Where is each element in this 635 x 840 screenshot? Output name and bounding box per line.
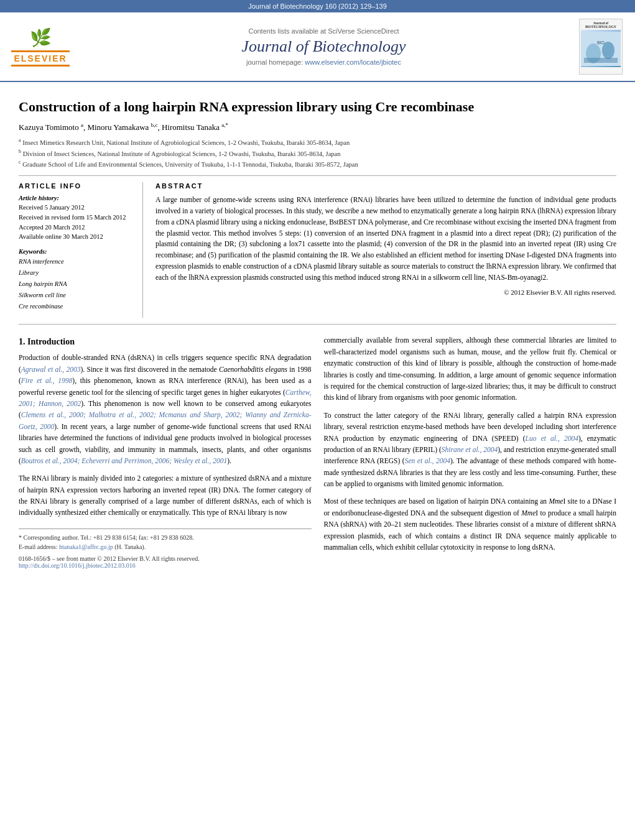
footnote-email-link[interactable]: htanaka1@affrc.go.jp [59,543,113,550]
doi-url[interactable]: http://dx.doi.org/10.1016/j.jbiotec.2012… [19,562,136,569]
svg-rect-3 [584,58,618,63]
accepted-date: Accepted 20 March 2012 [19,223,132,233]
divider-1 [19,175,616,176]
thumb-title: Journal ofBIOTECHNOLOGY [585,21,616,29]
copyright: © 2012 Elsevier B.V. All rights reserved… [155,288,616,296]
body-right: commercially available from several supp… [324,335,617,568]
intro-para2: The RNAi library is mainly divided into … [19,473,312,519]
svg-text:BIO: BIO [597,40,605,45]
body-left: 1. Introduction Production of double-str… [19,335,312,568]
journal-citation: Journal of Biotechnology 160 (2012) 129–… [248,2,387,10]
intro-para1: Production of double-stranded RNA (dsRNA… [19,352,312,466]
journal-homepage: journal homepage: www.elsevier.com/locat… [68,58,579,66]
keywords-block: Keywords: RNA interference Library Long … [19,248,132,312]
body-section: 1. Introduction Production of double-str… [19,335,616,568]
received-date: Received 5 January 2012 [19,203,132,213]
elsevier-leaf-icon: 🌿 [30,27,52,48]
issn-text: 0168-1656/$ – see front matter © 2012 El… [19,555,312,562]
footnote-corresponding: * Corresponding author. Tel.: +81 29 838… [19,533,312,542]
journal-center-header: Contents lists available at SciVerse Sci… [68,27,579,66]
history-label: Article history: [19,195,132,201]
doi-section: 0168-1656/$ – see front matter © 2012 El… [19,555,312,569]
intro-heading: 1. Introduction [19,337,312,347]
footnote-email: E-mail address: htanaka1@affrc.go.jp (H.… [19,542,312,552]
keywords-label: Keywords: [19,248,132,255]
abstract-heading: ABSTRACT [155,182,616,190]
abstract-text: A large number of genome-wide screens us… [155,195,616,284]
affiliations: a Insect Mimetics Research Unit, Nationa… [19,137,616,169]
journal-title: Journal of Biotechnology [68,37,579,56]
journal-header: 🌿 ELSEVIER Contents lists available at S… [0,12,635,82]
authors: Kazuya Tomimoto a, Minoru Yamakawa b,c, … [19,121,616,134]
keywords-list: RNA interference Library Long hairpin RN… [19,256,132,312]
footnote-section: * Corresponding author. Tel.: +81 29 838… [19,528,312,569]
divider-2 [19,324,616,325]
main-content: Construction of a long hairpin RNA expre… [0,82,635,581]
doi-link: http://dx.doi.org/10.1016/j.jbiotec.2012… [19,562,312,569]
info-abstract-section: ARTICLE INFO Article history: Received 5… [19,182,616,318]
thumb-image: BIO [581,30,621,67]
elsevier-logo: 🌿 ELSEVIER [12,28,68,65]
intro-para5: Most of these techniques are based on li… [324,496,617,553]
sciverse-link: Contents lists available at SciVerse Sci… [68,27,579,35]
abstract-section: ABSTRACT A large number of genome-wide s… [155,182,616,318]
article-info-heading: ARTICLE INFO [19,182,132,190]
journal-banner: Journal of Biotechnology 160 (2012) 129–… [0,0,635,12]
received-revised-date: Received in revised form 15 March 2012 [19,213,132,223]
article-info: ARTICLE INFO Article history: Received 5… [19,182,143,318]
article-title: Construction of a long hairpin RNA expre… [19,98,616,116]
history-block: Article history: Received 5 January 2012… [19,195,132,242]
intro-para3: commercially available from several supp… [324,335,617,403]
elsevier-label: ELSEVIER [11,50,69,67]
intro-para4: To construct the latter category of the … [324,410,617,490]
homepage-url[interactable]: www.elsevier.com/locate/jbiotec [305,58,401,66]
available-date: Available online 30 March 2012 [19,232,132,242]
journal-thumbnail: Journal ofBIOTECHNOLOGY BIO [579,19,623,75]
